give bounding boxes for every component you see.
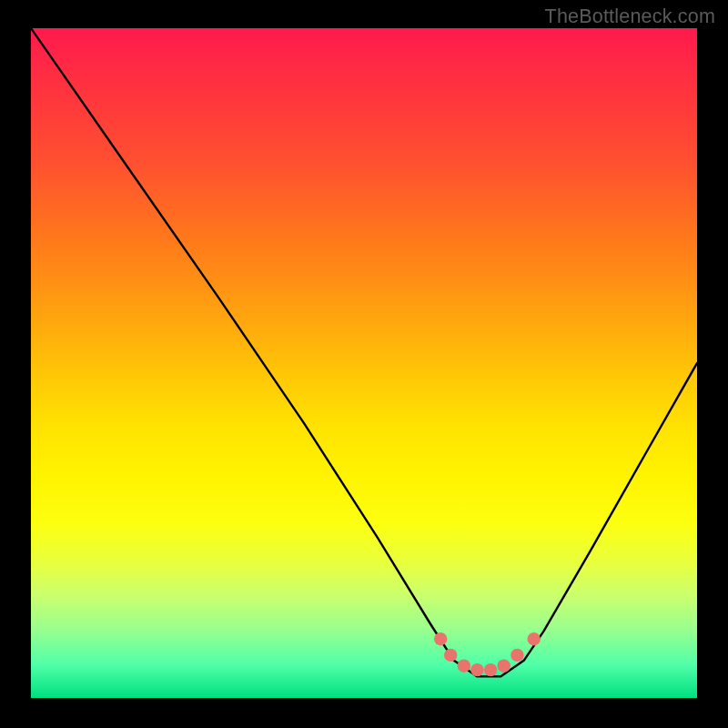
plot-background-gradient (31, 28, 697, 698)
chart-container: TheBottleneck.com (0, 0, 728, 728)
attribution-watermark: TheBottleneck.com (545, 5, 715, 28)
